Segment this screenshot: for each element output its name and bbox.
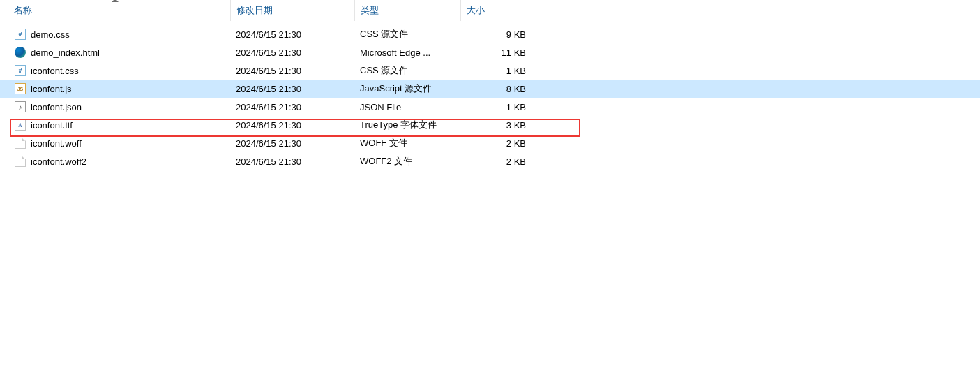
file-name-cell: iconfont.css [0,64,230,77]
file-size-cell: 3 KB [460,120,536,131]
column-header-row: 名称 修改日期 类型 大小 [0,0,980,21]
file-type-cell: WOFF 文件 [354,137,460,149]
file-name-label: iconfont.json [31,102,82,112]
file-size-cell: 8 KB [460,84,536,94]
file-date-cell: 2024/6/15 21:30 [230,29,354,40]
file-list: demo.css2024/6/15 21:30CSS 源文件9 KBdemo_i… [0,21,980,170]
file-row[interactable]: iconfont.ttf2024/6/15 21:30TrueType 字体文件… [0,116,980,134]
ttf-file-icon [14,119,27,131]
file-name-label: demo_index.html [31,47,100,58]
file-date-cell: 2024/6/15 21:30 [230,47,354,58]
file-type-cell: CSS 源文件 [354,64,460,77]
column-header-size[interactable]: 大小 [460,0,536,21]
css-file-icon [14,64,27,77]
file-type-cell: Microsoft Edge ... [354,47,460,58]
file-name-label: iconfont.css [31,66,79,76]
sort-up-icon [112,0,119,2]
file-date-cell: 2024/6/15 21:30 [230,84,354,94]
file-size-cell: 11 KB [460,47,536,58]
file-size-cell: 9 KB [460,29,536,40]
file-type-cell: TrueType 字体文件 [354,119,460,131]
file-row[interactable]: iconfont.css2024/6/15 21:30CSS 源文件1 KB [0,61,980,80]
file-date-cell: 2024/6/15 21:30 [230,66,354,76]
column-header-type-label: 类型 [361,4,379,17]
file-type-cell: CSS 源文件 [354,28,460,41]
file-name-cell: demo_index.html [0,46,230,59]
file-name-label: iconfont.ttf [31,120,73,131]
file-row[interactable]: iconfont.js2024/6/15 21:30JavaScript 源文件… [0,80,980,98]
file-name-label: iconfont.js [31,84,72,94]
file-size-cell: 2 KB [460,138,536,149]
column-header-date-label: 修改日期 [236,4,273,17]
column-header-name[interactable]: 名称 [0,0,230,21]
generic-file-icon [14,155,27,168]
file-date-cell: 2024/6/15 21:30 [230,156,354,167]
file-explorer-panel: 名称 修改日期 类型 大小 demo.css2024/6/15 21:30CSS… [0,0,980,382]
column-header-name-label: 名称 [14,4,32,17]
file-name-cell: iconfont.js [0,82,230,95]
file-size-cell: 1 KB [460,66,536,76]
css-file-icon [14,28,27,41]
file-name-cell: iconfont.woff [0,137,230,149]
column-header-type[interactable]: 类型 [354,0,460,21]
file-size-cell: 1 KB [460,102,536,112]
file-name-cell: iconfont.ttf [0,119,230,131]
file-name-label: iconfont.woff [31,138,82,149]
file-type-cell: JSON File [354,102,460,112]
file-type-cell: WOFF2 文件 [354,155,460,168]
file-row[interactable]: iconfont.woff2024/6/15 21:30WOFF 文件2 KB [0,134,980,152]
js-file-icon [14,82,27,95]
file-name-cell: iconfont.woff2 [0,155,230,168]
file-row[interactable]: iconfont.woff22024/6/15 21:30WOFF2 文件2 K… [0,152,980,170]
file-name-cell: iconfont.json [0,101,230,113]
file-name-cell: demo.css [0,28,230,41]
file-date-cell: 2024/6/15 21:30 [230,102,354,112]
file-row[interactable]: demo.css2024/6/15 21:30CSS 源文件9 KB [0,25,980,43]
file-row[interactable]: demo_index.html2024/6/15 21:30Microsoft … [0,43,980,61]
file-type-cell: JavaScript 源文件 [354,82,460,95]
file-size-cell: 2 KB [460,156,536,167]
column-header-size-label: 大小 [467,4,485,17]
column-header-date[interactable]: 修改日期 [230,0,354,21]
file-date-cell: 2024/6/15 21:30 [230,120,354,131]
generic-file-icon [14,137,27,149]
json-file-icon [14,101,27,113]
file-name-label: demo.css [31,29,70,40]
edge-file-icon [14,46,27,59]
file-date-cell: 2024/6/15 21:30 [230,138,354,149]
file-name-label: iconfont.woff2 [31,156,86,167]
file-row[interactable]: iconfont.json2024/6/15 21:30JSON File1 K… [0,98,980,116]
